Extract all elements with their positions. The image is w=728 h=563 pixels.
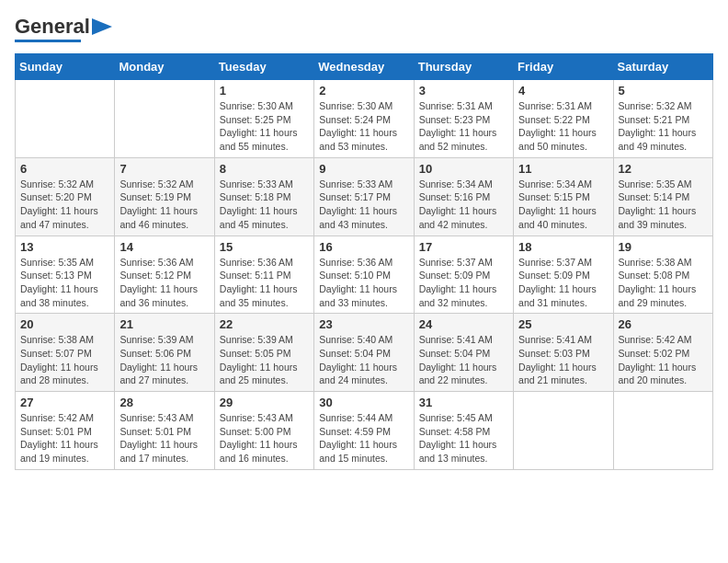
day-number: 10 [419,162,508,176]
calendar-cell: 29Sunrise: 5:43 AMSunset: 5:00 PMDayligh… [214,392,313,470]
day-info: Sunrise: 5:42 AMSunset: 5:02 PMDaylight:… [619,333,708,387]
calendar-cell: 22Sunrise: 5:39 AMSunset: 5:05 PMDayligh… [214,314,313,392]
day-info: Sunrise: 5:43 AMSunset: 5:00 PMDaylight:… [220,411,309,465]
day-number: 24 [419,317,508,331]
calendar-cell: 5Sunrise: 5:32 AMSunset: 5:21 PMDaylight… [613,80,712,158]
day-number: 14 [119,240,209,254]
calendar-cell: 23Sunrise: 5:40 AMSunset: 5:04 PMDayligh… [314,314,414,392]
day-info: Sunrise: 5:45 AMSunset: 4:58 PMDaylight:… [419,411,508,465]
calendar-cell: 26Sunrise: 5:42 AMSunset: 5:02 PMDayligh… [613,314,712,392]
day-info: Sunrise: 5:44 AMSunset: 4:59 PMDaylight:… [319,411,408,465]
day-info: Sunrise: 5:32 AMSunset: 5:21 PMDaylight:… [619,99,708,154]
day-info: Sunrise: 5:38 AMSunset: 5:08 PMDaylight:… [619,256,708,310]
calendar-cell: 10Sunrise: 5:34 AMSunset: 5:16 PMDayligh… [414,157,513,236]
day-info: Sunrise: 5:42 AMSunset: 5:01 PMDaylight:… [20,411,109,465]
weekday-header-friday: Friday [514,54,613,80]
calendar-week-row: 20Sunrise: 5:38 AMSunset: 5:07 PMDayligh… [16,314,713,392]
day-number: 15 [220,240,309,254]
calendar-cell: 14Sunrise: 5:36 AMSunset: 5:12 PMDayligh… [115,236,214,314]
day-number: 12 [619,162,708,176]
calendar-cell [115,80,214,158]
day-number: 23 [319,317,408,331]
logo-general: General [15,15,90,39]
calendar-cell: 15Sunrise: 5:36 AMSunset: 5:11 PMDayligh… [214,236,313,314]
calendar-week-row: 6Sunrise: 5:32 AMSunset: 5:20 PMDaylight… [16,157,713,236]
day-number: 5 [619,84,708,98]
day-info: Sunrise: 5:32 AMSunset: 5:19 PMDaylight:… [119,178,209,232]
day-number: 7 [119,162,209,176]
day-number: 30 [319,396,408,409]
weekday-header-thursday: Thursday [414,54,513,80]
day-info: Sunrise: 5:36 AMSunset: 5:10 PMDaylight:… [319,256,408,310]
weekday-header-saturday: Saturday [613,54,712,80]
calendar-header-row: SundayMondayTuesdayWednesdayThursdayFrid… [16,54,713,80]
day-number: 1 [220,84,309,98]
day-number: 21 [119,317,209,331]
calendar-cell: 7Sunrise: 5:32 AMSunset: 5:19 PMDaylight… [115,157,214,236]
day-number: 29 [220,396,309,409]
calendar-cell: 13Sunrise: 5:35 AMSunset: 5:13 PMDayligh… [16,236,115,314]
day-number: 20 [20,317,109,331]
calendar-cell: 3Sunrise: 5:31 AMSunset: 5:23 PMDaylight… [414,80,513,158]
day-number: 8 [220,162,309,176]
day-info: Sunrise: 5:34 AMSunset: 5:16 PMDaylight:… [419,178,508,232]
calendar-cell: 24Sunrise: 5:41 AMSunset: 5:04 PMDayligh… [414,314,513,392]
logo-arrow-icon [92,18,112,35]
weekday-header-sunday: Sunday [16,54,115,80]
calendar-cell: 21Sunrise: 5:39 AMSunset: 5:06 PMDayligh… [115,314,214,392]
calendar-cell: 25Sunrise: 5:41 AMSunset: 5:03 PMDayligh… [514,314,613,392]
calendar-cell [514,392,613,470]
calendar-cell: 9Sunrise: 5:33 AMSunset: 5:17 PMDaylight… [314,157,414,236]
day-number: 6 [20,162,109,176]
logo-underline [15,40,81,42]
calendar-cell: 12Sunrise: 5:35 AMSunset: 5:14 PMDayligh… [613,157,712,236]
day-number: 22 [220,317,309,331]
day-number: 2 [319,84,408,98]
day-info: Sunrise: 5:31 AMSunset: 5:22 PMDaylight:… [518,99,608,154]
day-info: Sunrise: 5:36 AMSunset: 5:12 PMDaylight:… [119,256,209,310]
calendar-table: SundayMondayTuesdayWednesdayThursdayFrid… [15,53,713,470]
day-info: Sunrise: 5:38 AMSunset: 5:07 PMDaylight:… [20,333,109,387]
day-info: Sunrise: 5:40 AMSunset: 5:04 PMDaylight:… [319,333,408,387]
day-info: Sunrise: 5:35 AMSunset: 5:13 PMDaylight:… [20,256,109,310]
day-info: Sunrise: 5:32 AMSunset: 5:20 PMDaylight:… [20,178,109,232]
day-number: 19 [619,240,708,254]
calendar-cell: 4Sunrise: 5:31 AMSunset: 5:22 PMDaylight… [514,80,613,158]
svg-marker-0 [92,18,112,35]
calendar-cell: 20Sunrise: 5:38 AMSunset: 5:07 PMDayligh… [16,314,115,392]
calendar-cell: 17Sunrise: 5:37 AMSunset: 5:09 PMDayligh… [414,236,513,314]
day-info: Sunrise: 5:41 AMSunset: 5:04 PMDaylight:… [419,333,508,387]
day-info: Sunrise: 5:33 AMSunset: 5:18 PMDaylight:… [220,178,309,232]
day-number: 16 [319,240,408,254]
day-info: Sunrise: 5:31 AMSunset: 5:23 PMDaylight:… [419,99,508,154]
calendar-cell: 6Sunrise: 5:32 AMSunset: 5:20 PMDaylight… [16,157,115,236]
day-number: 26 [619,317,708,331]
weekday-header-tuesday: Tuesday [214,54,313,80]
calendar-cell [613,392,712,470]
calendar-cell: 18Sunrise: 5:37 AMSunset: 5:09 PMDayligh… [514,236,613,314]
calendar-cell: 30Sunrise: 5:44 AMSunset: 4:59 PMDayligh… [314,392,414,470]
weekday-header-monday: Monday [115,54,214,80]
day-info: Sunrise: 5:39 AMSunset: 5:05 PMDaylight:… [220,333,309,387]
calendar-cell: 16Sunrise: 5:36 AMSunset: 5:10 PMDayligh… [314,236,414,314]
day-info: Sunrise: 5:41 AMSunset: 5:03 PMDaylight:… [518,333,608,387]
page-header: General [15,15,713,42]
calendar-cell: 28Sunrise: 5:43 AMSunset: 5:01 PMDayligh… [115,392,214,470]
calendar-week-row: 27Sunrise: 5:42 AMSunset: 5:01 PMDayligh… [16,392,713,470]
weekday-header-wednesday: Wednesday [314,54,414,80]
day-number: 18 [518,240,608,254]
logo: General [15,15,112,42]
day-info: Sunrise: 5:43 AMSunset: 5:01 PMDaylight:… [119,411,209,465]
calendar-cell [16,80,115,158]
day-number: 17 [419,240,508,254]
day-number: 9 [319,162,408,176]
day-number: 31 [419,396,508,409]
day-number: 11 [518,162,608,176]
day-info: Sunrise: 5:30 AMSunset: 5:25 PMDaylight:… [220,99,309,154]
day-number: 25 [518,317,608,331]
calendar-cell: 8Sunrise: 5:33 AMSunset: 5:18 PMDaylight… [214,157,313,236]
day-info: Sunrise: 5:34 AMSunset: 5:15 PMDaylight:… [518,178,608,232]
day-info: Sunrise: 5:37 AMSunset: 5:09 PMDaylight:… [419,256,508,310]
calendar-cell: 11Sunrise: 5:34 AMSunset: 5:15 PMDayligh… [514,157,613,236]
day-number: 3 [419,84,508,98]
